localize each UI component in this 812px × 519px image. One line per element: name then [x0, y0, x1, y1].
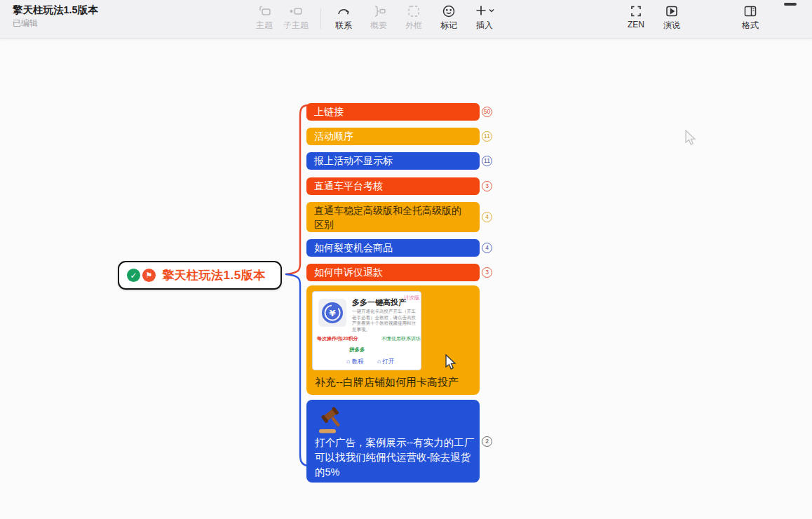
svg-text:¥: ¥	[329, 308, 335, 318]
node-count-badge: 11	[482, 156, 492, 166]
card-description: 一键开通化卡高投产开车（开车老手必看）全教程，请点击高投产查看第十个教程视频使用…	[352, 309, 418, 332]
supplement-node[interactable]: ¥ 多多一键高投产 计次版 一键开通化卡高投产开车（开车老手必看）全教程，请点击…	[306, 285, 480, 395]
card-tutorial-button: ⌂教程	[346, 358, 363, 366]
mindmap-node[interactable]: 活动顺序	[306, 128, 480, 145]
ad-node-label: 打个广告，案例展示--有实力的工厂可以找我们纯佣代运营收-除去退货的5%	[315, 436, 475, 480]
toolbar-item-label: 概要	[363, 20, 395, 32]
card-open-button: ⌂打开	[377, 358, 394, 366]
node-count-badge: 50	[482, 107, 492, 117]
node-label: 活动顺序	[314, 130, 353, 142]
toolbar-topic-button[interactable]: 主题	[248, 4, 280, 32]
toolbar-relation-button[interactable]: 联系	[327, 4, 360, 32]
node-label: 直通车稳定高级版和全托高级版的区别	[314, 205, 461, 230]
check-marker-icon: ✓	[127, 269, 140, 282]
app-icon-tile: ¥	[318, 299, 346, 327]
document-status: 已编辑	[13, 18, 38, 29]
window-minimize-dash[interactable]	[784, 3, 797, 6]
house-icon: ⌂	[377, 358, 381, 365]
toolbar-marker-button[interactable]: 标记	[433, 4, 465, 32]
toolbar-item-label: 主题	[248, 20, 280, 32]
ad-node[interactable]: 打个广告，案例展示--有实力的工厂可以找我们纯佣代运营收-除去退货的5%	[306, 400, 480, 483]
node-count-badge: 4	[482, 212, 492, 222]
toolbar-item-label: 演说	[656, 20, 688, 32]
toolbar-item-label: 标记	[433, 20, 465, 32]
node-label: 报上活动不显示标	[314, 155, 393, 166]
marker-smiley-icon	[433, 4, 465, 19]
document-title: 擎天柱玩法1.5版本	[13, 4, 98, 17]
card-edition-tag: 计次版	[404, 295, 420, 302]
format-panel-icon	[734, 4, 766, 19]
toolbar-item-label: 子主题	[280, 20, 312, 32]
mindmap-node[interactable]: 如何裂变机会商品	[306, 239, 480, 257]
toolbar-item-label: 外框	[398, 20, 430, 32]
toolbar-item-label: 插入	[468, 20, 501, 32]
topic-icon	[248, 4, 280, 19]
node-count-badge: 3	[482, 181, 492, 191]
summary-icon	[363, 4, 395, 19]
node-label: 上链接	[314, 106, 344, 117]
node-label: 如何裂变机会商品	[314, 242, 393, 253]
toolbar-present-button[interactable]: 演说	[656, 4, 688, 32]
mindmap-node[interactable]: 如何申诉仅退款	[306, 264, 480, 281]
toolbar-item-label: ZEN	[620, 20, 652, 29]
relation-icon	[327, 4, 360, 19]
mindmap-canvas[interactable]: ✓ ⚑ 擎天柱玩法1.5版本 上链接 活动顺序 报上活动不显示标 直通车平台考核…	[0, 39, 812, 519]
toolbar-item-label: 格式	[734, 20, 766, 32]
mindmap-node[interactable]: 报上活动不显示标	[306, 152, 480, 170]
node-count-badge: 4	[482, 243, 492, 253]
node-label: 如何申诉仅退款	[314, 267, 383, 278]
mindmap-node[interactable]: 上链接	[306, 103, 480, 121]
card-title: 多多一键高投产	[352, 297, 406, 308]
card-tip-note: 不懂使用联系训练	[381, 335, 421, 342]
zen-mode-icon	[620, 4, 652, 19]
gavel-icon	[316, 405, 347, 435]
card-cost-note: 每次操作/扣20积分	[317, 335, 358, 342]
toolbar-insert-button[interactable]: 插入	[468, 4, 501, 32]
toolbar-format-button[interactable]: 格式	[734, 4, 766, 32]
toolbar-boundary-button[interactable]: 外框	[398, 4, 430, 32]
insert-plus-icon	[468, 4, 501, 19]
mindmap-node[interactable]: 直通车稳定高级版和全托高级版的区别	[306, 202, 480, 232]
yuan-sync-icon: ¥	[320, 300, 345, 325]
toolbar-item-label: 联系	[327, 20, 360, 32]
toolbar-summary-button[interactable]: 概要	[363, 4, 395, 32]
embedded-app-card-image: ¥ 多多一键高投产 计次版 一键开通化卡高投产开车（开车老手必看）全教程，请点击…	[312, 291, 421, 370]
node-label: 直通车平台考核	[314, 180, 383, 191]
card-platform-label: 拼多多	[349, 346, 365, 353]
node-count-badge: 3	[482, 267, 492, 278]
root-node[interactable]: ✓ ⚑ 擎天柱玩法1.5版本	[118, 261, 282, 290]
boundary-icon	[398, 4, 430, 19]
house-icon: ⌂	[346, 358, 350, 365]
toolbar-zen-button[interactable]: ZEN	[620, 4, 652, 29]
node-count-badge: 11	[482, 131, 492, 142]
top-toolbar: 擎天柱玩法1.5版本 已编辑 主题 子主题 联系	[0, 0, 812, 39]
flag-marker-icon: ⚑	[142, 269, 156, 282]
mindmap-node[interactable]: 直通车平台考核	[306, 177, 480, 195]
subtopic-icon	[280, 4, 312, 19]
present-play-icon	[656, 4, 688, 19]
node-count-badge: 2	[482, 436, 492, 447]
root-node-label: 擎天柱玩法1.5版本	[162, 267, 266, 283]
toolbar-divider	[320, 8, 321, 29]
mindmap-app: 擎天柱玩法1.5版本 已编辑 主题 子主题 联系	[0, 0, 812, 519]
supplement-node-label: 补充--白牌店铺如何用卡高投产	[315, 376, 459, 389]
mouse-cursor-ghost	[684, 130, 698, 147]
mouse-cursor	[444, 354, 458, 371]
toolbar-subtopic-button[interactable]: 子主题	[280, 4, 312, 32]
